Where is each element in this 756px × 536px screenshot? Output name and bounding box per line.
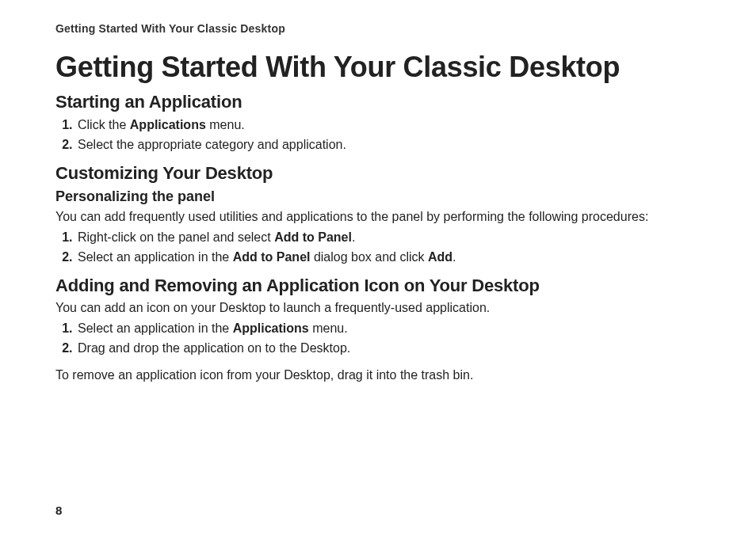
page-number: 8 (55, 504, 62, 517)
step-item: Drag and drop the application on to the … (76, 339, 701, 359)
paragraph: You can add an icon on your Desktop to l… (55, 299, 701, 317)
bold-text: Applications (130, 118, 206, 131)
text: Select an application in the (78, 250, 233, 264)
subsection-heading-panel: Personalizing the panel (55, 188, 701, 205)
section-heading-customizing: Customizing Your Desktop (55, 163, 701, 184)
steps-list: Right-click on the panel and select Add … (55, 228, 701, 268)
paragraph: To remove an application icon from your … (55, 367, 701, 384)
text: Right-click on the panel and select (78, 230, 274, 244)
text: menu. (206, 118, 245, 131)
steps-list: Select an application in the Application… (55, 319, 701, 359)
text: . (452, 250, 456, 264)
paragraph: You can add frequently used utilities an… (55, 208, 701, 226)
step-item: Select an application in the Application… (76, 319, 701, 339)
step-item: Select an application in the Add to Pane… (76, 248, 701, 268)
steps-list: Click the Applications menu. Select the … (55, 116, 701, 155)
section-heading-adding-removing: Adding and Removing an Application Icon … (55, 276, 701, 296)
step-item: Right-click on the panel and select Add … (76, 228, 701, 248)
running-header: Getting Started With Your Classic Deskto… (55, 22, 701, 35)
step-item: Select the appropriate category and appl… (76, 135, 701, 155)
bold-text: Applications (233, 321, 309, 335)
bold-text: Add to Panel (233, 250, 311, 264)
bold-text: Add (428, 250, 452, 264)
bold-text: Add to Panel (274, 230, 352, 244)
text: menu. (309, 321, 348, 335)
text: Click the (78, 118, 130, 131)
document-page: Getting Started With Your Classic Deskto… (0, 0, 756, 384)
page-title: Getting Started With Your Classic Deskto… (55, 51, 701, 84)
step-item: Click the Applications menu. (76, 116, 701, 135)
text: Select an application in the (78, 321, 233, 335)
text: . (352, 230, 355, 244)
section-heading-starting-app: Starting an Application (55, 92, 701, 112)
text: dialog box and click (310, 250, 428, 264)
